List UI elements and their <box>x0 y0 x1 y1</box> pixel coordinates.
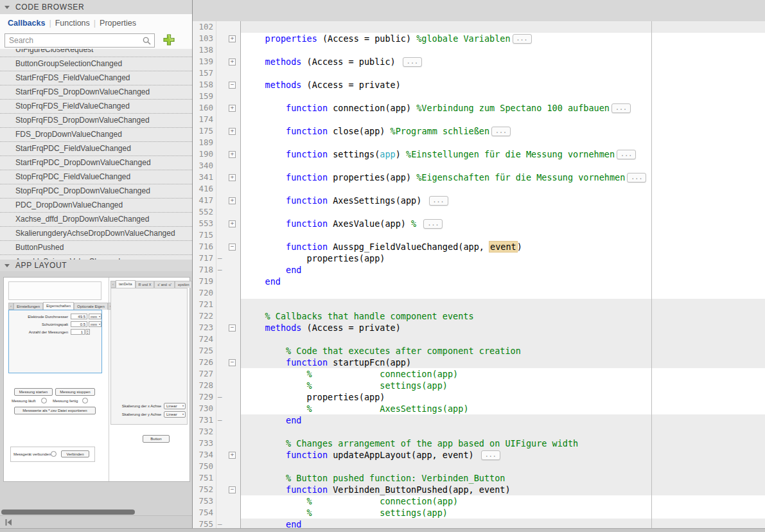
code-fold-toggle[interactable]: + <box>229 105 236 112</box>
callback-list-item[interactable]: StartFrqFDS_FieldValueChanged <box>0 71 192 85</box>
code-fold-toggle[interactable]: − <box>229 486 236 493</box>
code-fold-toggle[interactable]: − <box>229 359 236 366</box>
code-fold-toggle[interactable]: + <box>229 197 236 204</box>
collapsed-code-expander[interactable]: ... <box>423 219 443 229</box>
code-text[interactable] <box>240 426 765 438</box>
code-text[interactable] <box>240 67 765 79</box>
callback-list-item[interactable]: ButtonPushed <box>0 241 192 255</box>
code-text[interactable]: end <box>240 276 765 287</box>
code-text[interactable] <box>240 229 765 241</box>
preview-spinner[interactable]: ▴▾ <box>85 329 90 335</box>
collapsed-code-expander[interactable]: ... <box>513 34 532 44</box>
code-text[interactable]: % settings(app) <box>240 380 765 391</box>
preview-tab-eigenschaften[interactable]: Eigenschaften <box>43 302 74 310</box>
collapsed-code-expander[interactable]: ... <box>481 450 500 460</box>
code-line[interactable]: 734+ function updateAppLayout(app, event… <box>193 449 765 461</box>
code-line[interactable]: 160+ function connection(app) %Verbindun… <box>193 102 765 114</box>
code-text[interactable] <box>240 333 765 345</box>
callback-list-item[interactable]: ButtonGroupSelectionChanged <box>0 57 192 71</box>
code-text[interactable]: % connection(app) <box>240 368 765 380</box>
code-line[interactable]: 158− methods (Access = private) <box>193 79 765 91</box>
code-text[interactable]: properties(app) <box>240 253 765 264</box>
code-text[interactable]: function settings(app) %Einstellungen fü… <box>240 148 765 160</box>
code-text[interactable] <box>240 206 765 218</box>
code-line[interactable]: 726− function startupFcn(app) <box>193 357 765 368</box>
code-text[interactable]: function AxesSettings(app) ... <box>240 195 765 206</box>
code-line[interactable]: 102 <box>193 21 765 33</box>
code-text[interactable]: properties(app) <box>240 391 765 403</box>
code-line[interactable]: 552 <box>193 206 765 218</box>
code-line[interactable]: 340 <box>193 160 765 172</box>
code-line[interactable]: 159 <box>193 91 765 102</box>
code-fold-toggle[interactable]: + <box>229 35 236 42</box>
code-line[interactable]: 732 <box>193 426 765 438</box>
code-line[interactable]: 751 % Button pushed function: Verbinden_… <box>193 472 765 484</box>
code-text[interactable]: % settings(app) <box>240 507 765 519</box>
code-line[interactable]: 139+ methods (Access = public) ... <box>193 56 765 67</box>
code-line[interactable]: 754 % settings(app) <box>193 507 765 519</box>
collapsed-code-expander[interactable]: ... <box>627 173 646 182</box>
code-line[interactable]: 174 <box>193 114 765 125</box>
code-line[interactable]: 717– properties(app) <box>193 253 765 264</box>
callback-list-item[interactable]: StartFrqPDC_FieldValueChanged <box>0 142 192 156</box>
code-text[interactable]: end <box>240 264 765 276</box>
preview-connect-button[interactable]: Verbinden <box>61 450 89 457</box>
go-to-start-icon[interactable] <box>4 519 12 526</box>
code-line[interactable]: 733 % Changes arrangement of the app bas… <box>193 438 765 449</box>
code-text[interactable]: function startupFcn(app) <box>240 357 765 368</box>
code-line[interactable]: 190+ function settings(app) %Einstellung… <box>193 148 765 160</box>
callback-list-item[interactable]: StopFrqFDS_FieldValueChanged <box>0 100 192 114</box>
code-line[interactable]: 722 % Callbacks that handle component ev… <box>193 310 765 322</box>
callback-list-item[interactable]: PDC_DropDownValueChanged <box>0 199 192 213</box>
preview-start-button[interactable]: Messung starten <box>14 388 53 396</box>
preview-unit-dropdown[interactable]: mm▾ <box>89 314 101 319</box>
callback-list-item[interactable]: StopFrqPDC_FieldValueChanged <box>0 170 192 184</box>
code-line[interactable]: 341+ function properties(app) %Eigenscha… <box>193 172 765 183</box>
code-line[interactable]: 729– properties(app) <box>193 391 765 403</box>
code-line[interactable]: 138 <box>193 44 765 56</box>
code-line[interactable]: 157 <box>193 67 765 79</box>
add-callback-button[interactable] <box>163 33 175 46</box>
code-text[interactable]: end <box>240 414 765 426</box>
code-text[interactable] <box>240 183 765 195</box>
callback-list-item[interactable]: SkalierungderyAchseDropDownValueChanged <box>0 227 192 241</box>
code-text[interactable]: function Verbinden_ButtonPushed(app, eve… <box>240 484 765 495</box>
code-fold-toggle[interactable]: + <box>229 174 236 181</box>
code-line[interactable]: 189 <box>193 137 765 148</box>
preview-unit-dropdown[interactable]: mm▾ <box>89 321 101 327</box>
code-fold-toggle[interactable]: + <box>229 452 236 459</box>
preview-scale-dropdown[interactable]: Linear▾ <box>164 411 186 418</box>
callback-list-item[interactable]: StopFrqFDS_DropDownValueChanged <box>0 114 192 128</box>
code-line[interactable]: 727 % connection(app) <box>193 368 765 380</box>
code-line[interactable]: 719 end <box>193 276 765 287</box>
code-browser-header[interactable]: CODE BROWSER <box>0 0 192 15</box>
code-text[interactable] <box>240 287 765 299</box>
code-text[interactable] <box>240 137 765 148</box>
code-text[interactable]: % Code that executes after component cre… <box>240 345 765 357</box>
code-line[interactable]: 553+ function AxesValue(app) % ... <box>193 218 765 229</box>
callback-list-item[interactable]: StartFrqPDC_DropDownValueChanged <box>0 156 192 170</box>
code-fold-toggle[interactable]: + <box>229 220 236 227</box>
code-text[interactable]: methods (Access = private) <box>240 79 765 91</box>
preview-tab-r-und-x[interactable]: R und X <box>136 281 155 288</box>
callback-list-item[interactable]: FDS_DropDownValueChanged <box>0 128 192 142</box>
code-line[interactable]: 175+ function close(app) %Programm schli… <box>193 125 765 137</box>
code-line[interactable]: 716− function Ausspg_FieldValueChanged(a… <box>193 241 765 253</box>
code-text[interactable]: function close(app) %Programm schließen.… <box>240 125 765 137</box>
callback-list-item[interactable]: StartFrqFDS_DropDownValueChanged <box>0 85 192 100</box>
callback-list-item[interactable]: UIFigureCloseRequest <box>0 49 192 57</box>
preview-tab-epsilon[interactable]: epsilon <box>175 281 192 288</box>
preview-scale-dropdown[interactable]: Linear▾ <box>164 403 186 409</box>
preview-tab-optionale-eigen[interactable]: Optionale Eigen <box>74 303 108 310</box>
code-text[interactable]: % AxesSettings(app) <box>240 403 765 414</box>
search-input[interactable]: Search <box>4 33 155 48</box>
preview-rtabs-scroll-left-icon[interactable]: ‹ <box>110 281 116 288</box>
code-text[interactable] <box>240 160 765 172</box>
collapsed-code-expander[interactable]: ... <box>611 103 631 113</box>
code-fold-toggle[interactable]: + <box>229 128 236 135</box>
code-text[interactable]: methods (Access = private) <box>240 322 765 333</box>
preview-tab-tandelta[interactable]: tanDelta <box>116 280 136 288</box>
preview-field-value[interactable]: 0.5 <box>71 321 87 327</box>
code-line[interactable]: 752− function Verbinden_ButtonPushed(app… <box>193 484 765 495</box>
code-fold-toggle[interactable]: − <box>229 82 236 89</box>
